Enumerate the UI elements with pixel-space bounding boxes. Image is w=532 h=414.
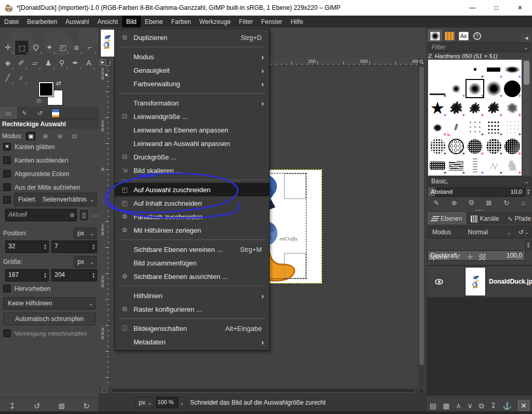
spacing-spinner-arrows[interactable]: ▲▼ <box>525 187 531 196</box>
brush-blob-dark[interactable]: + <box>428 117 447 137</box>
kanten-glaetten-checkbox[interactable]: ✕ <box>3 143 11 151</box>
eraser-tool[interactable]: ▱ <box>28 56 42 70</box>
zoom-dropdown-button[interactable]: ⌄ <box>178 397 186 408</box>
menu-item-bildeigenschaften[interactable]: ⓘBildeigenschaftenAlt+Eingabe <box>115 322 269 335</box>
spinner-arrows-icon[interactable]: ▲▼ <box>90 270 97 281</box>
tab-pfade[interactable]: ∿ Pfade <box>504 213 532 224</box>
size-width-spinner[interactable]: 167 ▲▼ <box>5 269 49 282</box>
raise-layer-button[interactable]: ∧ <box>456 402 461 410</box>
vertical-scrollbar-thumb[interactable] <box>419 66 424 365</box>
brush-splat1[interactable]: + <box>447 98 466 117</box>
ruler-corner-button[interactable]: ▶ <box>99 58 110 66</box>
brush-grid-scrollbar-thumb[interactable] <box>524 61 529 85</box>
dock-tab-device-status[interactable]: ✎ <box>17 108 32 119</box>
menu-item-duplizieren[interactable]: ⧉DuplizierenStrg+D <box>115 31 269 44</box>
tab-fonts[interactable]: Aa <box>457 30 470 42</box>
brush-circle-solid[interactable]: + <box>503 79 522 98</box>
brush-soft-medium[interactable]: + <box>466 79 484 98</box>
zoom-tool[interactable]: ⌕ <box>15 70 28 85</box>
horizontal-scrollbar[interactable] <box>110 387 418 394</box>
menu-item-mit-hilfslinien-zerlegen[interactable]: ⚙Mit Hilfslinien zerlegen <box>115 223 269 237</box>
duplicate-brush-button[interactable]: ⧉ <box>469 198 474 207</box>
fixed-aspect-dropdown[interactable]: Fixiert Seitenverhältnis ⌄ <box>14 193 97 206</box>
free-select-tool[interactable]: Ϙ <box>29 40 43 55</box>
default-colors-icon[interactable]: ◳ <box>36 98 41 103</box>
menu-item-sichtbare-ebenen-vereinen[interactable]: Sichtbare Ebenen vereinen ...Strg+M <box>115 243 269 256</box>
brush-sponge1[interactable]: + <box>428 137 447 156</box>
highlight-checkbox[interactable] <box>3 285 11 292</box>
text-tool[interactable]: A <box>82 56 96 70</box>
brush-dots-cluster[interactable]: + <box>484 117 503 137</box>
position-unit-dropdown[interactable]: px ⌄ <box>74 228 97 239</box>
dock-tab-images[interactable] <box>48 108 63 119</box>
lock-pixels-icon[interactable]: ✐ <box>455 253 461 261</box>
image-tab-thumbnail[interactable] <box>100 29 115 57</box>
navigation-preview-button[interactable]: ▲ <box>418 387 425 394</box>
menu-hilfe[interactable]: Hilfe <box>286 16 307 28</box>
kanten-ausblenden-checkbox[interactable] <box>3 156 11 164</box>
menu-item-sichtbare-ebenen-ausrichten[interactable]: ⚙Sichtbare Ebenen ausrichten ... <box>115 270 269 283</box>
brush-pencil-tick[interactable] <box>447 117 466 137</box>
menu-item-farbverwaltung[interactable]: Farbverwaltung› <box>115 77 269 90</box>
brush-dot[interactable]: + <box>466 60 484 79</box>
collapse-dock-icon[interactable]: ◀ <box>522 34 530 42</box>
spinner-arrows-icon[interactable]: ▲▼ <box>42 270 48 281</box>
anchor-layer-button[interactable]: ⚓ <box>503 402 512 410</box>
brush-twigs[interactable]: + <box>484 156 503 175</box>
crop-tool[interactable]: ◰ <box>56 40 70 55</box>
menu-item-raster-konfigurieren[interactable]: ⊞Raster konfigurieren ... <box>115 302 269 316</box>
brush-splat3[interactable]: + <box>484 98 503 117</box>
brush-blank[interactable] <box>447 60 466 79</box>
edit-brush-button[interactable]: ✎ <box>434 199 440 207</box>
vertical-scrollbar[interactable] <box>418 65 425 387</box>
delete-layer-button[interactable]: ✕ <box>518 400 529 411</box>
layer-row[interactable]: DonaldDuck.jp <box>427 266 532 297</box>
opacity-spinner-arrows[interactable]: ▲▼ <box>525 241 531 250</box>
smudge-tool[interactable]: ⚲ <box>55 56 69 70</box>
menu-auswahl[interactable]: Auswahl <box>61 16 93 28</box>
mode-replace[interactable]: ▣ <box>25 131 36 141</box>
tab-ebenen[interactable]: Ebenen <box>428 212 466 224</box>
menu-ebene[interactable]: Ebene <box>141 16 167 28</box>
clone-tool[interactable]: ♟ <box>42 56 55 70</box>
maximize-button[interactable]: □ <box>484 0 508 16</box>
swap-colors-icon[interactable]: ⇄ <box>56 79 61 87</box>
save-tool-preset-button[interactable]: ↧ <box>9 402 16 411</box>
spinner-arrows-icon[interactable]: ▲▼ <box>42 241 48 252</box>
brush-soft-small[interactable]: + <box>447 79 466 98</box>
clear-icon[interactable]: ⊗ <box>70 211 76 219</box>
mode-subtract[interactable]: ⊟ <box>54 131 65 141</box>
minimize-button[interactable]: — <box>460 0 484 16</box>
foreground-color-swatch[interactable] <box>39 82 54 97</box>
brush-splat-soft[interactable]: + <box>503 98 522 117</box>
color-picker-tool[interactable]: ╱ <box>1 70 15 85</box>
open-brush-as-image-button[interactable]: ⌂ <box>522 199 526 207</box>
portrait-orientation-button[interactable]: ▯ <box>79 209 89 221</box>
bucket-fill-tool[interactable]: ◈ <box>1 56 15 70</box>
layer-mode-reset-button[interactable]: ↺ ⌄ <box>515 226 531 238</box>
tab-brushes[interactable] <box>428 30 442 42</box>
tab-help[interactable]: ? <box>471 30 483 42</box>
quick-mask-toggle[interactable] <box>99 387 110 394</box>
menu-item-auf-auswahl-zuschneiden[interactable]: ◰Auf Auswahl zuschneiden <box>115 183 269 196</box>
rectangle-select-tool[interactable]: ⬚ <box>15 40 29 56</box>
paths-tool[interactable]: ✒ <box>69 56 82 70</box>
refresh-brushes-button[interactable]: ↻ <box>503 199 509 207</box>
menu-item-leinwand-an-auswahl-anpassen[interactable]: Leinwand an Auswahl anpassen <box>115 137 269 150</box>
brush-splat2[interactable]: + <box>466 98 484 117</box>
aspect-ratio-input[interactable]: Aktuell ⊗ <box>5 209 77 221</box>
menu-item-druckgroesse[interactable]: ⊟Druckgröße ... <box>115 150 269 164</box>
horizontal-scrollbar-thumb[interactable] <box>111 388 415 393</box>
brush-dots-sparse[interactable]: + <box>466 117 484 137</box>
vertical-ruler[interactable]: ▶ 2 0 01 0 001 0 02 0 03 0 0 <box>99 65 110 387</box>
brush-marks-vertical[interactable]: + <box>466 156 484 175</box>
brush-spacing-slider[interactable]: Abstand 10,0 <box>428 187 525 197</box>
menu-item-metadaten[interactable]: Metadaten› <box>115 335 269 349</box>
brush-bubbles[interactable]: + <box>447 137 466 156</box>
menu-farben[interactable]: Farben <box>167 16 195 28</box>
brush-texture-bar[interactable]: + <box>428 156 447 175</box>
brush-soft-large[interactable]: + <box>484 79 503 98</box>
menu-fenster[interactable]: Fenster <box>257 16 287 28</box>
lower-layer-button[interactable]: ∨ <box>468 402 473 410</box>
size-height-spinner[interactable]: 204 ▲▼ <box>51 269 97 282</box>
